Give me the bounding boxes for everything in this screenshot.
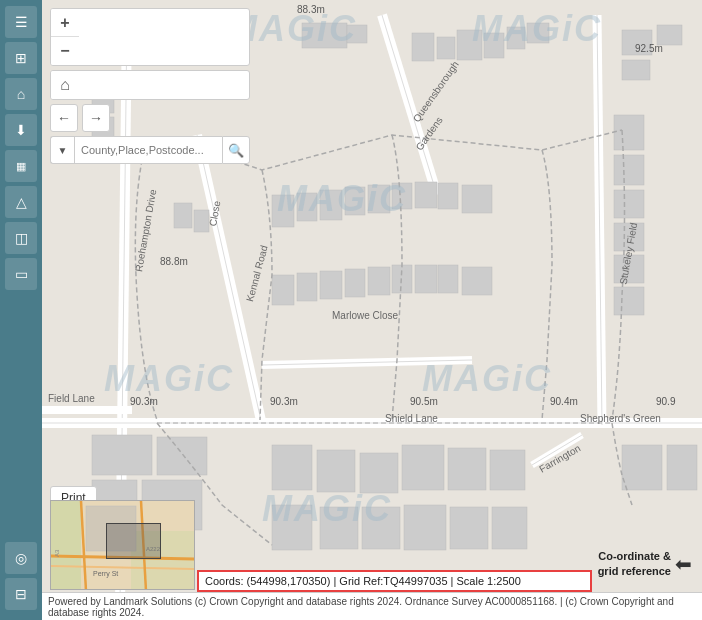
forward-icon: →	[89, 110, 103, 126]
svg-rect-27	[320, 271, 342, 299]
svg-rect-15	[174, 203, 192, 228]
dist-label-2: 88.8m	[160, 256, 188, 267]
watermark-4: MAGiC	[104, 358, 234, 400]
forward-button[interactable]: →	[82, 104, 110, 132]
svg-rect-57	[450, 507, 488, 549]
overview-inner: Perry St A3 A222	[51, 501, 194, 589]
street-stukeley: Stukeley Field	[618, 222, 640, 286]
svg-rect-30	[392, 265, 412, 293]
settings-btn[interactable]: ⊟	[5, 578, 37, 610]
search-go-button[interactable]: 🔍	[222, 136, 250, 164]
svg-rect-3	[412, 33, 434, 61]
bookmark-icon: ▭	[15, 266, 28, 282]
svg-rect-22	[392, 183, 412, 209]
settings-icon: ⊟	[15, 586, 27, 602]
back-button[interactable]: ←	[50, 104, 78, 132]
zoom-controls: + −	[50, 8, 250, 66]
svg-rect-60	[51, 501, 81, 590]
dist-label-1: 88.3m	[297, 4, 325, 15]
svg-rect-29	[368, 267, 390, 295]
map-area[interactable]: MAGiC MAGiC MAGiC MAGiC MAGiC MAGiC 88.3…	[42, 0, 702, 620]
home-icon: ⌂	[17, 86, 25, 102]
street-field-lane: Field Lane	[48, 393, 95, 404]
svg-rect-32	[438, 265, 458, 293]
svg-rect-50	[490, 450, 525, 490]
svg-rect-11	[622, 60, 650, 80]
home-map-icon: ⌂	[60, 76, 70, 94]
coords-bar: Coords: (544998,170350) | Grid Ref:TQ449…	[197, 570, 592, 592]
map-toolbar: + − ⌂ ← → ▼ 🔍	[50, 8, 250, 164]
svg-text:A3: A3	[54, 549, 60, 557]
draw-icon: △	[16, 194, 27, 210]
svg-rect-19	[320, 190, 342, 220]
svg-rect-4	[437, 37, 455, 59]
footer: Powered by Landmark Solutions (c) Crown …	[42, 592, 702, 620]
layers2-btn[interactable]: ◫	[5, 222, 37, 254]
svg-rect-9	[622, 30, 652, 55]
left-arrow-icon: ⬅	[675, 552, 692, 576]
svg-rect-36	[614, 155, 644, 185]
svg-rect-5	[457, 30, 482, 60]
zoom-in-button[interactable]: +	[51, 9, 79, 37]
street-shield: Shield Lane	[385, 413, 438, 424]
svg-text:Perry St: Perry St	[93, 570, 118, 578]
svg-rect-1	[302, 23, 347, 48]
svg-rect-47	[360, 453, 398, 493]
svg-rect-31	[415, 265, 437, 293]
help-btn[interactable]: ◎	[5, 542, 37, 574]
watermark-6: MAGiC	[262, 488, 392, 530]
svg-rect-18	[297, 193, 317, 221]
svg-rect-35	[614, 115, 644, 150]
grid-icon: ▦	[16, 160, 26, 173]
street-kennal: Kennal Road	[244, 244, 270, 303]
svg-rect-28	[345, 269, 365, 297]
bookmark-btn[interactable]: ▭	[5, 258, 37, 290]
svg-rect-10	[657, 25, 682, 45]
dist-label-7: 90.9	[656, 396, 675, 407]
svg-rect-8	[527, 23, 549, 43]
layers-icon-btn[interactable]: ☰	[5, 6, 37, 38]
search-dropdown-button[interactable]: ▼	[50, 136, 74, 164]
street-farrington: Farrington	[537, 442, 582, 474]
svg-rect-7	[507, 27, 525, 49]
watermark-2: MAGiC	[472, 8, 602, 50]
minus-icon: −	[60, 42, 69, 60]
svg-rect-40	[614, 287, 644, 315]
draw-btn[interactable]: △	[5, 186, 37, 218]
coords-text: Coords: (544998,170350) | Grid Ref:TQ449…	[205, 575, 521, 587]
svg-rect-37	[614, 190, 644, 218]
annotation-line1: Co-ordinate &	[598, 550, 671, 562]
svg-rect-23	[415, 182, 437, 208]
svg-rect-51	[622, 445, 662, 490]
home-controls: ⌂	[50, 70, 250, 100]
svg-rect-42	[157, 437, 207, 475]
sidebar: ☰ ⊞ ⌂ ⬇ ▦ △ ◫ ▭ ◎ ⊟	[0, 0, 42, 620]
map-home-button[interactable]: ⌂	[51, 71, 79, 99]
svg-rect-21	[368, 185, 390, 213]
arrow-annotation: Co-ordinate & grid reference ⬅	[598, 549, 692, 578]
grid-btn[interactable]: ▦	[5, 150, 37, 182]
svg-rect-39	[614, 255, 644, 283]
overview-map[interactable]: Perry St A3 A222	[50, 500, 195, 590]
search-input[interactable]	[74, 136, 222, 164]
watermark-5: MAGiC	[422, 358, 552, 400]
svg-rect-58	[492, 507, 527, 549]
dist-label-3: 90.3m	[130, 396, 158, 407]
svg-rect-17	[272, 195, 294, 227]
svg-rect-54	[320, 507, 358, 549]
svg-rect-24	[438, 183, 458, 209]
layers2-icon: ◫	[15, 230, 28, 246]
street-queensborough: Queensborough	[411, 59, 461, 124]
dist-label-8: 92.5m	[635, 43, 663, 54]
measure-btn[interactable]: ⊞	[5, 42, 37, 74]
arrow-label: Co-ordinate & grid reference	[598, 549, 671, 578]
svg-rect-46	[317, 450, 355, 492]
svg-rect-6	[484, 33, 504, 58]
home-btn[interactable]: ⌂	[5, 78, 37, 110]
search-bar: ▼ 🔍	[50, 136, 250, 164]
download-btn[interactable]: ⬇	[5, 114, 37, 146]
street-close: Close	[207, 200, 222, 227]
svg-rect-49	[448, 448, 486, 490]
zoom-out-button[interactable]: −	[51, 37, 79, 65]
dist-label-6: 90.4m	[550, 396, 578, 407]
